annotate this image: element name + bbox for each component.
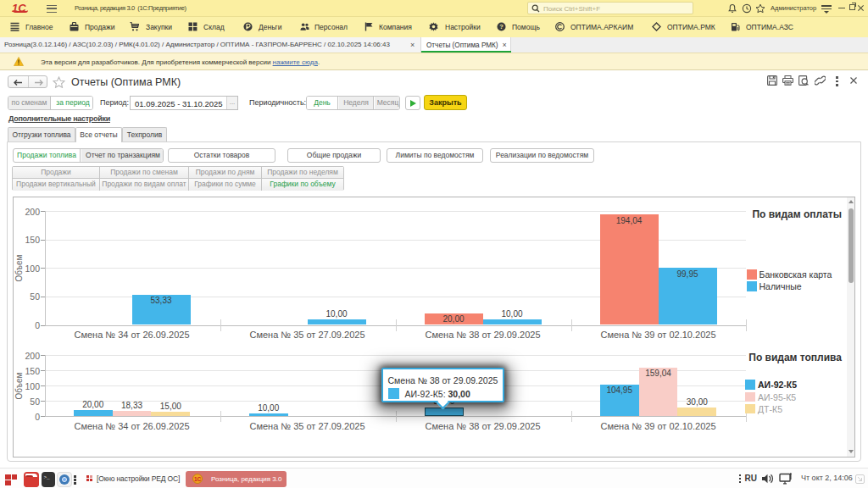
svg-text:?: ? — [499, 23, 504, 30]
